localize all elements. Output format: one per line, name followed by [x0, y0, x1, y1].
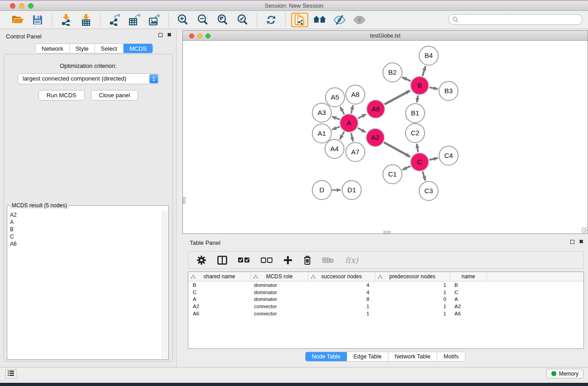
edge-A-A3[interactable] — [332, 117, 339, 120]
column-header-successor-nodes[interactable]: successor nodes — [308, 272, 375, 281]
tab-motifs[interactable]: Motifs — [437, 352, 465, 361]
table-cell[interactable]: 1 — [375, 282, 450, 288]
table-cell[interactable]: 1 — [375, 311, 450, 316]
select-all-button[interactable] — [238, 257, 250, 263]
main-titlebar[interactable]: Session: New Session — [0, 1, 588, 11]
table-cell[interactable]: 1 — [375, 304, 450, 309]
table-row[interactable]: A6connector11A6 — [188, 310, 583, 317]
table-cell[interactable]: A6 — [188, 311, 251, 316]
edge-A-A6[interactable] — [358, 114, 366, 119]
window-resize-grip[interactable] — [581, 227, 587, 233]
run-mcds-button[interactable]: Run MCDS — [38, 90, 85, 100]
table-cell[interactable]: 1 — [308, 311, 375, 316]
table-cell[interactable]: 4 — [308, 282, 375, 288]
edge-C-C2[interactable] — [417, 144, 418, 152]
table-cell[interactable]: A — [188, 296, 251, 302]
float-panel-icon[interactable] — [158, 33, 163, 37]
export-image-button[interactable] — [146, 13, 163, 27]
app-share-document-button[interactable] — [291, 13, 308, 27]
edge-A-A2[interactable] — [358, 128, 366, 133]
edge-A-A8[interactable] — [351, 105, 353, 113]
deselect-all-button[interactable] — [261, 257, 272, 263]
save-session-button[interactable] — [29, 13, 46, 27]
result-scrollbar[interactable] — [162, 210, 168, 359]
tab-edge-table[interactable]: Edge Table — [347, 352, 388, 361]
result-item[interactable]: A6 — [10, 240, 162, 248]
table-cell[interactable]: B — [188, 282, 251, 288]
edge-A2-C[interactable] — [384, 143, 410, 157]
export-network-button[interactable] — [106, 13, 123, 27]
result-item[interactable]: A2 — [10, 211, 162, 219]
table-cell[interactable]: A — [450, 296, 487, 302]
close-table-panel-icon[interactable]: ✖ — [579, 240, 583, 244]
float-table-panel-icon[interactable] — [570, 240, 574, 244]
table-cell[interactable]: 1 — [375, 290, 450, 295]
table-cell[interactable]: B — [450, 282, 487, 288]
table-cell[interactable]: dominator — [251, 290, 308, 295]
clear-table-button[interactable] — [322, 257, 334, 264]
edge-B-B4[interactable] — [422, 66, 425, 76]
tab-network[interactable]: Network — [36, 44, 70, 53]
edge-A-A5[interactable] — [340, 107, 344, 114]
zoom-in-button[interactable] — [174, 13, 191, 27]
table-cell[interactable]: dominator — [251, 296, 308, 302]
table-cell[interactable]: 8 — [308, 296, 375, 302]
tab-style[interactable]: Style — [70, 44, 95, 53]
split-view-button[interactable] — [217, 256, 227, 265]
left-splitter-grip[interactable] — [183, 197, 186, 204]
table-row[interactable]: Bdominator41B — [188, 281, 583, 289]
mcds-result-list[interactable]: A2 A B C A6 — [8, 210, 162, 359]
column-header-shared-name[interactable]: shared name — [188, 272, 251, 281]
result-item[interactable]: A — [10, 219, 162, 226]
memory-button[interactable]: Memory — [546, 369, 583, 378]
table-cell[interactable]: 0 — [375, 296, 450, 302]
hide-details-button[interactable] — [331, 13, 348, 27]
open-file-button[interactable] — [9, 13, 26, 27]
table-row[interactable]: Adominator80A — [188, 296, 583, 303]
refresh-button[interactable] — [263, 13, 280, 27]
close-panel-icon[interactable]: ✖ — [167, 33, 172, 37]
export-table-button[interactable] — [126, 13, 143, 27]
zoom-fit-button[interactable] — [214, 13, 231, 27]
column-header-mcds-role[interactable]: MCDS role — [251, 272, 308, 281]
edge-C-C3[interactable] — [423, 172, 425, 181]
bottom-splitter-grip[interactable] — [383, 231, 391, 234]
column-header-predecessor-nodes[interactable]: predecessor nodes — [375, 272, 450, 281]
search-field[interactable] — [449, 14, 583, 25]
zoom-selected-button[interactable] — [234, 13, 251, 27]
edge-B-B1[interactable] — [417, 95, 418, 103]
result-item[interactable]: C — [10, 233, 162, 240]
result-item[interactable]: B — [10, 226, 162, 233]
tab-node-table[interactable]: Node Table — [306, 352, 347, 361]
close-panel-button[interactable]: Close panel — [91, 90, 139, 100]
search-input[interactable] — [449, 14, 583, 25]
edge-B-B2[interactable] — [402, 77, 411, 81]
table-cell[interactable]: dominator — [251, 282, 308, 288]
tab-mcds[interactable]: MCDS — [124, 44, 153, 53]
home-button[interactable] — [311, 13, 328, 27]
tab-network-table[interactable]: Network Table — [388, 352, 437, 361]
edge-C-C4[interactable] — [430, 158, 438, 160]
delete-column-button[interactable] — [303, 255, 311, 265]
edge-A-A7[interactable] — [351, 133, 353, 142]
table-cell[interactable]: A2 — [450, 304, 487, 309]
table-row[interactable]: Cdominator41C — [188, 289, 583, 296]
network-canvas[interactable]: B4B2BB3A8A5A6A3B1AC2A1A2A4A7C4CC1DC3D1 — [183, 41, 588, 234]
table-cell[interactable]: 1 — [308, 304, 375, 309]
edge-A-A1[interactable] — [332, 127, 339, 130]
table-cell[interactable]: 4 — [308, 290, 375, 295]
import-table-button[interactable] — [77, 13, 95, 27]
edge-A6-B[interactable] — [384, 91, 410, 104]
task-history-button[interactable] — [5, 369, 16, 378]
criterion-dropdown[interactable]: largest connected component (directed) ▲… — [18, 73, 159, 84]
zoom-out-button[interactable] — [194, 13, 211, 27]
column-header-name[interactable]: name — [450, 272, 487, 281]
import-network-button[interactable] — [57, 13, 75, 27]
edge-B-B3[interactable] — [430, 87, 438, 89]
table-cell[interactable]: C — [188, 290, 251, 295]
table-cell[interactable]: connector — [251, 311, 308, 316]
table-cell[interactable]: A6 — [450, 311, 487, 316]
add-column-button[interactable] — [283, 256, 292, 265]
function-builder-button[interactable]: f(x) — [345, 256, 358, 265]
table-cell[interactable]: connector — [251, 304, 308, 309]
